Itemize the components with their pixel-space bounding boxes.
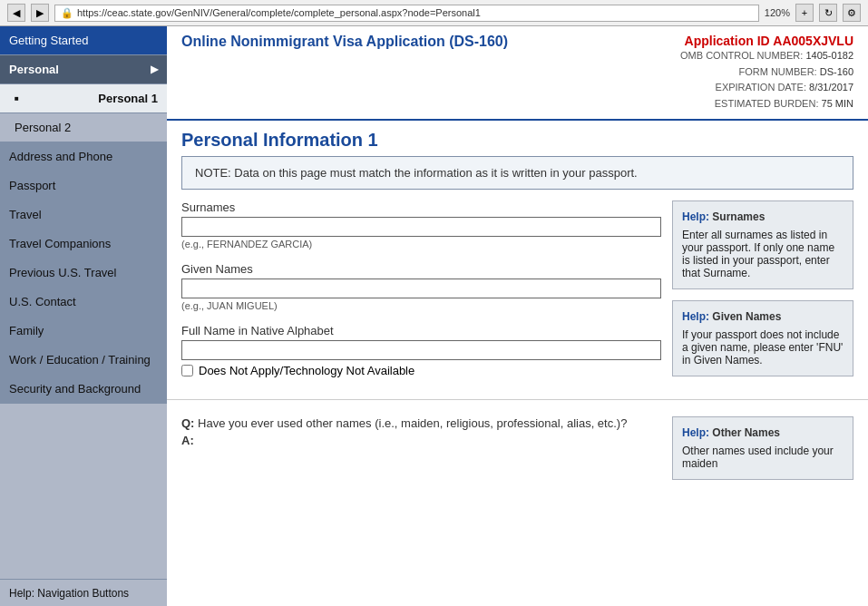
sidebar-item-personal2[interactable]: Personal 2 <box>0 113 167 142</box>
url-text: https://ceac.state.gov/GenNIV/General/co… <box>77 7 481 18</box>
surnames-input[interactable] <box>181 217 661 237</box>
zoom-level: 120% <box>765 7 790 18</box>
sidebar-item-passport[interactable]: Passport <box>0 171 167 200</box>
plus-button[interactable]: + <box>795 4 814 22</box>
back-button[interactable]: ◀ <box>7 4 25 22</box>
lock-icon: 🔒 <box>61 7 73 19</box>
security-background-label: Security and Background <box>9 382 141 396</box>
q-body: Have you ever used other names (i.e., ma… <box>198 416 627 430</box>
form-area: Surnames (e.g., FERNANDEZ GARCIA) Given … <box>167 200 868 390</box>
help-surnames-text: Enter all surnames as listed in your pas… <box>682 229 844 279</box>
help-other-names-box: Help: Other Names Other names used inclu… <box>672 416 853 480</box>
travel-label: Travel <box>9 208 42 221</box>
surnames-field-group: Surnames (e.g., FERNANDEZ GARCIA) <box>181 200 661 249</box>
personal-label: Personal <box>9 63 59 76</box>
form-number-value: DS-160 <box>820 66 853 77</box>
help-other-title: Help: Other Names <box>682 426 844 439</box>
form-number-label: FORM NUMBER: <box>738 66 816 77</box>
a-label: A: <box>181 434 194 447</box>
main-content: Online Nonimmigrant Visa Application (DS… <box>167 26 868 606</box>
help-surnames-title: Help: Surnames <box>682 210 844 223</box>
help-other-label: Help: <box>682 426 709 439</box>
sidebar-item-travel-companions[interactable]: Travel Companions <box>0 230 167 259</box>
omb-label: OMB CONTROL NUMBER: <box>680 50 803 61</box>
passport-label: Passport <box>9 179 55 192</box>
answer-row: A: <box>181 434 661 447</box>
question-right: Help: Other Names Other names used inclu… <box>672 416 853 491</box>
help-given-names-text: If your passport does not include a give… <box>682 328 844 367</box>
help-navigation-label: Help: Navigation Buttons <box>9 587 129 600</box>
surnames-hint: (e.g., FERNANDEZ GARCIA) <box>181 239 661 249</box>
dna-checkbox[interactable] <box>181 365 193 376</box>
url-bar[interactable]: 🔒 https://ceac.state.gov/GenNIV/General/… <box>54 5 759 22</box>
help-given-names-title: Help: Given Names <box>682 310 844 323</box>
burden-value: 75 MIN <box>822 98 853 109</box>
previous-us-travel-label: Previous U.S. Travel <box>9 266 117 279</box>
given-names-field-group: Given Names (e.g., JUAN MIGUEL) <box>181 262 661 311</box>
help-given-names-box: Help: Given Names If your passport does … <box>672 300 853 376</box>
expiry-value: 8/31/2017 <box>809 82 853 93</box>
family-label: Family <box>9 324 44 337</box>
help-given-names-heading: Given Names <box>712 310 781 323</box>
reload-button[interactable]: ↻ <box>819 4 837 22</box>
sidebar-item-personal[interactable]: Personal ▶ <box>0 55 167 84</box>
sidebar-item-previous-us-travel[interactable]: Previous U.S. Travel <box>0 259 167 288</box>
help-other-heading: Other Names <box>712 426 780 439</box>
page-title-area: Personal Information 1 <box>167 121 868 156</box>
form-left: Surnames (e.g., FERNANDEZ GARCIA) Given … <box>181 200 661 390</box>
travel-companions-label: Travel Companions <box>9 237 111 250</box>
page-title: Personal Information 1 <box>181 130 378 151</box>
app-title: Online Nonimmigrant Visa Application (DS… <box>181 34 508 50</box>
application-id: Application ID AA005XJVLU <box>680 34 853 48</box>
surnames-label: Surnames <box>181 200 661 214</box>
help-surnames-heading: Surnames <box>712 210 765 223</box>
getting-started-label: Getting Started <box>9 34 88 47</box>
native-alpha-input[interactable] <box>181 340 661 360</box>
personal2-label: Personal 2 <box>15 121 71 134</box>
omb-value: 1405-0182 <box>805 50 853 61</box>
page-header: Online Nonimmigrant Visa Application (DS… <box>167 26 868 121</box>
personal-arrow-icon: ▶ <box>151 64 158 75</box>
work-education-label: Work / Education / Training <box>9 353 151 367</box>
form-right: Help: Surnames Enter all surnames as lis… <box>672 200 853 390</box>
given-names-label: Given Names <box>181 262 661 276</box>
help-given-names-label: Help: <box>682 310 709 323</box>
form-divider <box>167 399 868 400</box>
question-section: Q: Have you ever used other names (i.e.,… <box>167 409 868 491</box>
native-alpha-label: Full Name in Native Alphabet <box>181 324 661 337</box>
burden-label: ESTIMATED BURDEN: <box>715 98 819 109</box>
native-alpha-field-group: Full Name in Native Alphabet Does Not Ap… <box>181 324 661 377</box>
form-meta: OMB CONTROL NUMBER: 1405-0182 FORM NUMBE… <box>680 48 853 112</box>
question-left: Q: Have you ever used other names (i.e.,… <box>181 416 661 491</box>
personal1-label: Personal 1 <box>98 92 158 105</box>
app-id-value: AA005XJVLU <box>773 34 853 48</box>
sidebar-item-personal1[interactable]: Personal 1 <box>0 84 167 113</box>
sidebar-item-address-phone[interactable]: Address and Phone <box>0 142 167 171</box>
help-other-text: Other names used include your maiden <box>682 445 844 470</box>
sidebar-item-travel[interactable]: Travel <box>0 200 167 230</box>
dna-checkbox-label: Does Not Apply/Technology Not Available <box>199 364 414 377</box>
question-text: Q: Have you ever used other names (i.e.,… <box>181 416 661 430</box>
app-id-label: Application ID <box>685 34 770 48</box>
note-box: NOTE: Data on this page must match the i… <box>181 156 853 190</box>
sidebar-item-family[interactable]: Family <box>0 317 167 346</box>
sidebar-item-security-background[interactable]: Security and Background <box>0 375 167 404</box>
given-names-hint: (e.g., JUAN MIGUEL) <box>181 300 661 311</box>
browser-chrome: ◀ ▶ 🔒 https://ceac.state.gov/GenNIV/Gene… <box>0 0 868 26</box>
note-text: NOTE: Data on this page must match the i… <box>195 166 638 180</box>
given-names-input[interactable] <box>181 279 661 298</box>
sidebar: Getting Started Personal ▶ Personal 1 Pe… <box>0 26 167 606</box>
sidebar-item-us-contact[interactable]: U.S. Contact <box>0 288 167 317</box>
sidebar-item-getting-started[interactable]: Getting Started <box>0 26 167 55</box>
settings-button[interactable]: ⚙ <box>843 4 861 22</box>
forward-button[interactable]: ▶ <box>31 4 49 22</box>
sidebar-item-work-education[interactable]: Work / Education / Training <box>0 346 167 375</box>
us-contact-label: U.S. Contact <box>9 295 76 308</box>
sidebar-help-text: Help: Navigation Buttons <box>0 579 167 606</box>
dna-checkbox-row: Does Not Apply/Technology Not Available <box>181 364 661 377</box>
help-surnames-label: Help: <box>682 210 709 223</box>
help-surnames-box: Help: Surnames Enter all surnames as lis… <box>672 200 853 289</box>
q-label: Q: <box>181 416 194 430</box>
expiry-label: EXPIRATION DATE: <box>716 82 806 93</box>
address-phone-label: Address and Phone <box>9 150 112 163</box>
